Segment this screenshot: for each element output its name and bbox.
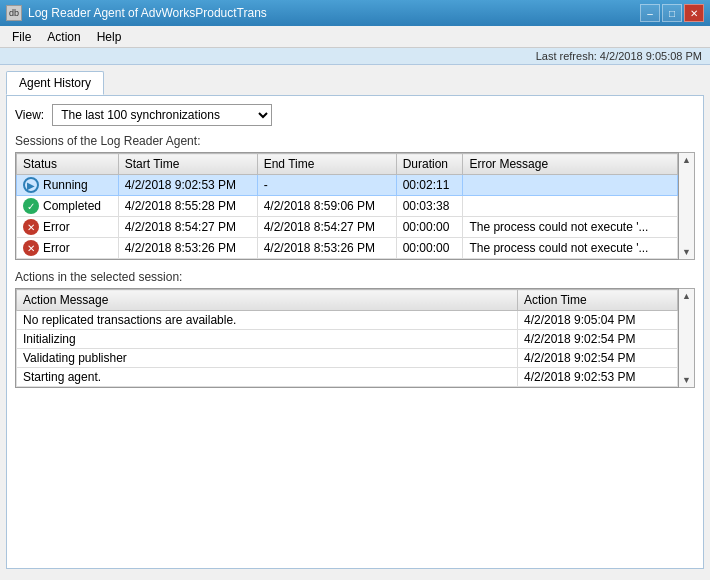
main-content: View: The last 100 synchronizationsThe l… bbox=[6, 95, 704, 569]
cell-error bbox=[463, 196, 678, 217]
view-row: View: The last 100 synchronizationsThe l… bbox=[15, 104, 695, 126]
cell-end-time: - bbox=[257, 175, 396, 196]
menu-help[interactable]: Help bbox=[89, 28, 130, 46]
tab-agent-history[interactable]: Agent History bbox=[6, 71, 104, 95]
col-action-time: Action Time bbox=[518, 290, 678, 311]
col-start-time: Start Time bbox=[118, 154, 257, 175]
table-row[interactable]: ✕Error 4/2/2018 8:53:26 PM 4/2/2018 8:53… bbox=[17, 238, 678, 259]
col-duration: Duration bbox=[396, 154, 463, 175]
cell-status: ▶Running bbox=[17, 175, 119, 196]
cell-action-message: Starting agent. bbox=[17, 368, 518, 387]
cell-error: The process could not execute '... bbox=[463, 217, 678, 238]
cell-start-time: 4/2/2018 9:02:53 PM bbox=[118, 175, 257, 196]
list-item[interactable]: No replicated transactions are available… bbox=[17, 311, 678, 330]
cell-error bbox=[463, 175, 678, 196]
menu-action[interactable]: Action bbox=[39, 28, 88, 46]
view-select[interactable]: The last 100 synchronizationsThe last 50… bbox=[52, 104, 272, 126]
list-item[interactable]: Initializing 4/2/2018 9:02:54 PM bbox=[17, 330, 678, 349]
table-row[interactable]: ▶Running 4/2/2018 9:02:53 PM - 00:02:11 bbox=[17, 175, 678, 196]
cell-action-message: Validating publisher bbox=[17, 349, 518, 368]
error-icon: ✕ bbox=[23, 240, 39, 256]
table-row[interactable]: ✕Error 4/2/2018 8:54:27 PM 4/2/2018 8:54… bbox=[17, 217, 678, 238]
cell-start-time: 4/2/2018 8:54:27 PM bbox=[118, 217, 257, 238]
cell-action-message: Initializing bbox=[17, 330, 518, 349]
actions-scrollbar[interactable]: ▲ ▼ bbox=[679, 288, 695, 388]
menu-bar: File Action Help bbox=[0, 26, 710, 48]
cell-action-time: 4/2/2018 9:02:54 PM bbox=[518, 349, 678, 368]
cell-status: ✓Completed bbox=[17, 196, 119, 217]
cell-status: ✕Error bbox=[17, 217, 119, 238]
sessions-scrollbar[interactable]: ▲ ▼ bbox=[679, 152, 695, 260]
error-icon: ✕ bbox=[23, 219, 39, 235]
refresh-status: Last refresh: 4/2/2018 9:05:08 PM bbox=[0, 48, 710, 65]
table-row[interactable]: ✓Completed 4/2/2018 8:55:28 PM 4/2/2018 … bbox=[17, 196, 678, 217]
running-icon: ▶ bbox=[23, 177, 39, 193]
col-status: Status bbox=[17, 154, 119, 175]
cell-duration: 00:03:38 bbox=[396, 196, 463, 217]
cell-end-time: 4/2/2018 8:54:27 PM bbox=[257, 217, 396, 238]
actions-table: Action Message Action Time No replicated… bbox=[16, 289, 678, 387]
cell-end-time: 4/2/2018 8:53:26 PM bbox=[257, 238, 396, 259]
cell-action-time: 4/2/2018 9:02:54 PM bbox=[518, 330, 678, 349]
list-item[interactable]: Validating publisher 4/2/2018 9:02:54 PM bbox=[17, 349, 678, 368]
maximize-button[interactable]: □ bbox=[662, 4, 682, 22]
cell-status: ✕Error bbox=[17, 238, 119, 259]
col-action-message: Action Message bbox=[17, 290, 518, 311]
col-error-message: Error Message bbox=[463, 154, 678, 175]
cell-duration: 00:00:00 bbox=[396, 238, 463, 259]
sessions-table: Status Start Time End Time Duration Erro… bbox=[16, 153, 678, 259]
col-end-time: End Time bbox=[257, 154, 396, 175]
completed-icon: ✓ bbox=[23, 198, 39, 214]
cell-start-time: 4/2/2018 8:55:28 PM bbox=[118, 196, 257, 217]
menu-file[interactable]: File bbox=[4, 28, 39, 46]
cell-duration: 00:00:00 bbox=[396, 217, 463, 238]
cell-error: The process could not execute '... bbox=[463, 238, 678, 259]
window-title: Log Reader Agent of AdvWorksProductTrans bbox=[28, 6, 267, 20]
tab-area: Agent History bbox=[0, 65, 710, 95]
app-icon: db bbox=[6, 5, 22, 21]
window-controls: – □ ✕ bbox=[640, 4, 704, 22]
view-label: View: bbox=[15, 108, 44, 122]
cell-end-time: 4/2/2018 8:59:06 PM bbox=[257, 196, 396, 217]
cell-action-time: 4/2/2018 9:05:04 PM bbox=[518, 311, 678, 330]
cell-action-time: 4/2/2018 9:02:53 PM bbox=[518, 368, 678, 387]
actions-section-label: Actions in the selected session: bbox=[15, 270, 695, 284]
close-button[interactable]: ✕ bbox=[684, 4, 704, 22]
cell-start-time: 4/2/2018 8:53:26 PM bbox=[118, 238, 257, 259]
sessions-section-label: Sessions of the Log Reader Agent: bbox=[15, 134, 695, 148]
list-item[interactable]: Starting agent. 4/2/2018 9:02:53 PM bbox=[17, 368, 678, 387]
minimize-button[interactable]: – bbox=[640, 4, 660, 22]
cell-duration: 00:02:11 bbox=[396, 175, 463, 196]
cell-action-message: No replicated transactions are available… bbox=[17, 311, 518, 330]
title-bar: db Log Reader Agent of AdvWorksProductTr… bbox=[0, 0, 710, 26]
